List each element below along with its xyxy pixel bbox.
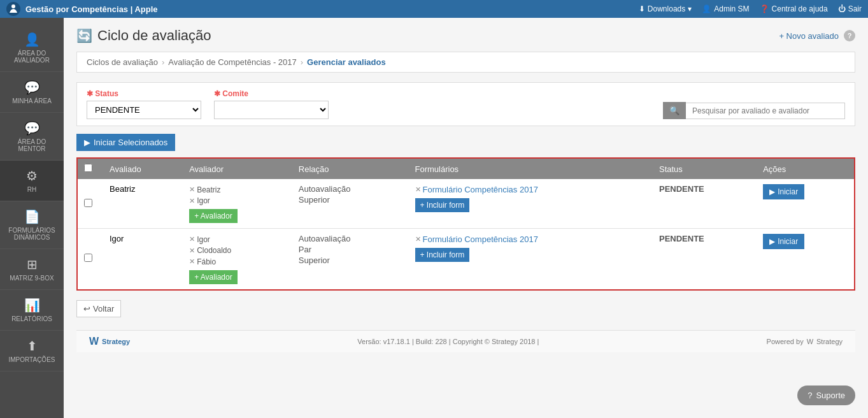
row2-status-cell: PENDENTE xyxy=(653,229,757,289)
filters-row: ✱ Status PENDENTE INICIADO FINALIZADO ✱ … xyxy=(76,82,855,126)
footer-logo: W Strategy xyxy=(89,336,130,347)
breadcrumb-sep-2: › xyxy=(301,57,303,67)
row1-tag0-remove[interactable]: ✕ xyxy=(189,185,195,194)
th-acoes: Ações xyxy=(757,159,854,179)
status-label: ✱ Status xyxy=(87,89,201,98)
table-row: Igor ✕ Igor ✕ Clodoaldo xyxy=(78,229,854,289)
comite-filter-group: ✱ Comite xyxy=(214,89,329,119)
minha-area-icon: 💬 xyxy=(24,80,40,95)
voltar-button[interactable]: ↩ Voltar xyxy=(76,300,121,317)
sidebar-item-rh[interactable]: ⚙ RH xyxy=(0,161,64,201)
suporte-button[interactable]: ? Suporte xyxy=(797,386,855,405)
novo-avaliado-button[interactable]: + Novo avaliado xyxy=(779,31,839,41)
row1-status-cell: PENDENTE xyxy=(653,179,757,229)
dropdown-arrow: ▾ xyxy=(688,4,692,13)
th-avaliador: Avaliador xyxy=(183,159,292,179)
row1-form-tag-remove[interactable]: ✕ xyxy=(415,185,421,194)
row2-play-icon: ▶ xyxy=(769,237,775,246)
table-container: Avaliado Avaliador Relação Formulários S… xyxy=(76,157,855,291)
breadcrumb-current: Gerenciar avaliados xyxy=(307,57,386,67)
row2-iniciar-button[interactable]: ▶ Iniciar xyxy=(763,234,804,249)
row1-checkbox[interactable] xyxy=(84,199,92,207)
sidebar-item-relatorios[interactable]: 📊 RELATÓRIOS xyxy=(0,290,64,331)
row2-avaliador-cell: ✕ Igor ✕ Clodoaldo ✕ Fábio xyxy=(183,229,292,289)
brand-area: Gestão por Competências | Apple xyxy=(6,2,639,16)
status-select[interactable]: PENDENTE INICIADO FINALIZADO xyxy=(87,101,201,119)
breadcrumb-ciclos[interactable]: Ciclos de avaliação xyxy=(87,57,158,67)
action-row: ▶ Iniciar Selecionados xyxy=(76,134,855,151)
downloads-link[interactable]: ⬇ Downloads ▾ xyxy=(639,4,692,13)
logout-icon: ⏻ xyxy=(838,4,846,13)
select-all-checkbox[interactable] xyxy=(84,164,92,172)
user-icon: 👤 xyxy=(702,4,711,13)
footer-version: Versão: v17.18.1 | Build: 228 | Copyrigh… xyxy=(357,338,539,345)
help-icon: ❓ xyxy=(760,4,769,13)
row2-form-link[interactable]: Formulário Competências 2017 xyxy=(423,234,538,244)
rh-icon: ⚙ xyxy=(26,168,38,184)
admin-link[interactable]: 👤 Admin SM xyxy=(702,4,749,13)
layout: 👤 ÁREA DO AVALIADOR 💬 MINHA ÁREA 💬 ÁREA … xyxy=(0,18,868,418)
row2-tag0-remove[interactable]: ✕ xyxy=(189,235,195,243)
refresh-icon[interactable]: 🔄 xyxy=(76,28,92,43)
title-help-icon[interactable]: ? xyxy=(844,30,855,41)
sidebar-item-area-mentor[interactable]: 💬 ÁREA DO MENTOR xyxy=(0,113,64,161)
help-link[interactable]: ❓ Central de ajuda xyxy=(760,4,828,13)
row1-relacao-1: Superior xyxy=(299,195,402,205)
area-mentor-icon: 💬 xyxy=(24,120,40,136)
status-asterisk: ✱ xyxy=(87,89,95,98)
row2-incluir-form-button[interactable]: + Incluir form xyxy=(415,248,470,262)
table-row: Beatriz ✕ Beatriz ✕ Igor xyxy=(78,179,854,229)
footer-logo-icon: W xyxy=(89,336,99,347)
logout-link[interactable]: ⏻ Sair xyxy=(838,4,862,13)
sidebar-item-importacoes[interactable]: ⬆ IMPORTAÇÕES xyxy=(0,331,64,371)
row2-tag1-remove[interactable]: ✕ xyxy=(189,247,195,255)
th-relacao: Relação xyxy=(292,159,409,179)
breadcrumb-avaliacao[interactable]: Avaliação de Competências - 2017 xyxy=(168,57,296,67)
row2-status: PENDENTE xyxy=(659,234,704,243)
formularios-icon: 📄 xyxy=(24,209,40,224)
row1-checkbox-cell xyxy=(78,179,103,229)
footer-logo-text: Strategy xyxy=(102,338,130,345)
area-avaliador-icon: 👤 xyxy=(24,32,40,47)
breadcrumb: Ciclos de avaliação › Avaliação de Compe… xyxy=(76,52,855,73)
row1-iniciar-button[interactable]: ▶ Iniciar xyxy=(763,184,804,199)
search-group: 🔍 xyxy=(663,102,845,119)
row1-tag1-remove[interactable]: ✕ xyxy=(189,197,195,205)
page-title-row: 🔄 Ciclo de avaliação + Novo avaliado ? xyxy=(76,27,855,44)
row2-avaliado: Igor xyxy=(103,229,183,289)
row1-status: PENDENTE xyxy=(659,184,704,194)
row2-relacao-2: Superior xyxy=(299,256,402,265)
th-checkbox xyxy=(78,159,103,179)
row2-form-tag-remove[interactable]: ✕ xyxy=(415,235,421,243)
row1-form-link[interactable]: Formulário Competências 2017 xyxy=(423,185,538,194)
sidebar-item-area-avaliador[interactable]: 👤 ÁREA DO AVALIADOR xyxy=(0,24,64,72)
importacoes-icon: ⬆ xyxy=(27,338,38,354)
sidebar-item-matriz[interactable]: ⊞ MATRIZ 9-BOX xyxy=(0,249,64,290)
th-formularios: Formulários xyxy=(409,159,653,179)
row2-add-avaliador-button[interactable]: + Avaliador xyxy=(189,270,238,284)
iniciar-selecionados-button[interactable]: ▶ Iniciar Selecionados xyxy=(76,134,175,151)
top-nav: Gestão por Competências | Apple ⬇ Downlo… xyxy=(0,0,868,18)
page-title-area: 🔄 Ciclo de avaliação xyxy=(76,27,211,44)
row1-avaliado: Beatriz xyxy=(103,179,183,229)
back-arrow-icon: ↩ xyxy=(83,304,90,314)
search-input[interactable] xyxy=(686,103,845,119)
search-button[interactable]: 🔍 xyxy=(663,102,686,119)
row2-formularios-cell: ✕ Formulário Competências 2017 + Incluir… xyxy=(409,229,653,289)
row2-avaliador-tag-2: ✕ Fábio xyxy=(189,257,216,266)
sidebar-item-minha-area[interactable]: 💬 MINHA ÁREA xyxy=(0,72,64,113)
play-icon: ▶ xyxy=(84,138,90,147)
sidebar: 👤 ÁREA DO AVALIADOR 💬 MINHA ÁREA 💬 ÁREA … xyxy=(0,18,64,418)
row1-incluir-form-button[interactable]: + Incluir form xyxy=(415,198,470,212)
avaliados-table: Avaliado Avaliador Relação Formulários S… xyxy=(78,159,854,289)
comite-select[interactable] xyxy=(214,101,329,119)
row1-add-avaliador-button[interactable]: + Avaliador xyxy=(189,209,238,223)
row1-acoes-cell: ▶ Iniciar xyxy=(757,179,854,229)
svg-point-0 xyxy=(11,4,15,8)
row2-checkbox[interactable] xyxy=(84,254,92,262)
row2-tag2-remove[interactable]: ✕ xyxy=(189,257,195,266)
sidebar-item-formularios[interactable]: 📄 FORMULÁRIOS DINÂMICOS xyxy=(0,201,64,249)
comite-asterisk: ✱ xyxy=(214,89,222,98)
matriz-icon: ⊞ xyxy=(27,257,38,272)
row1-avaliador-tag-0: ✕ Beatriz xyxy=(189,185,220,194)
